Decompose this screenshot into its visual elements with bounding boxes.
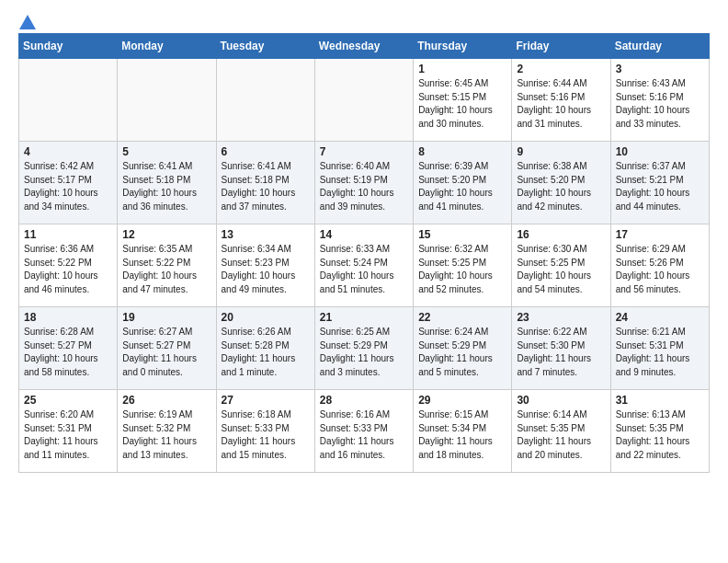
day-number: 8 — [418, 145, 506, 158]
calendar-cell: 5Sunrise: 6:41 AMSunset: 5:18 PMDaylight… — [118, 142, 216, 224]
day-number: 1 — [418, 63, 506, 75]
day-number: 16 — [517, 228, 605, 241]
calendar-cell: 23Sunrise: 6:22 AMSunset: 5:30 PMDayligh… — [512, 307, 610, 390]
day-number: 25 — [24, 394, 112, 407]
calendar-cell: 28Sunrise: 6:16 AMSunset: 5:33 PMDayligh… — [314, 390, 413, 473]
calendar-cell: 27Sunrise: 6:18 AMSunset: 5:33 PMDayligh… — [216, 390, 314, 473]
day-number: 3 — [616, 63, 704, 75]
day-info: Sunrise: 6:14 AMSunset: 5:35 PMDaylight:… — [517, 408, 605, 462]
day-number: 29 — [418, 394, 506, 407]
day-info: Sunrise: 6:41 AMSunset: 5:18 PMDaylight:… — [122, 160, 210, 213]
day-number: 4 — [24, 145, 112, 158]
day-number: 9 — [517, 145, 605, 158]
day-info: Sunrise: 6:39 AMSunset: 5:20 PMDaylight:… — [418, 160, 506, 213]
day-number: 14 — [320, 228, 408, 241]
day-number: 12 — [122, 228, 210, 241]
day-info: Sunrise: 6:34 AMSunset: 5:23 PMDaylight:… — [222, 243, 310, 296]
calendar-cell — [118, 59, 216, 142]
day-info: Sunrise: 6:20 AMSunset: 5:31 PMDaylight:… — [24, 408, 112, 462]
calendar-cell: 24Sunrise: 6:21 AMSunset: 5:31 PMDayligh… — [610, 307, 709, 390]
calendar-table: SundayMondayTuesdayWednesdayThursdayFrid… — [18, 33, 710, 473]
day-number: 23 — [517, 311, 605, 324]
day-number: 13 — [222, 228, 310, 241]
day-info: Sunrise: 6:13 AMSunset: 5:35 PMDaylight:… — [616, 408, 704, 462]
day-info: Sunrise: 6:42 AMSunset: 5:17 PMDaylight:… — [24, 160, 112, 213]
day-number: 7 — [320, 145, 408, 158]
calendar-cell: 4Sunrise: 6:42 AMSunset: 5:17 PMDaylight… — [19, 142, 118, 224]
calendar-cell: 8Sunrise: 6:39 AMSunset: 5:20 PMDaylight… — [414, 142, 512, 224]
day-number: 31 — [616, 394, 704, 407]
header-saturday: Saturday — [610, 34, 709, 59]
calendar-cell: 15Sunrise: 6:32 AMSunset: 5:25 PMDayligh… — [414, 224, 512, 307]
calendar-header-row: SundayMondayTuesdayWednesdayThursdayFrid… — [19, 34, 710, 59]
calendar-cell — [19, 59, 118, 142]
header-tuesday: Tuesday — [216, 34, 314, 59]
calendar-cell: 19Sunrise: 6:27 AMSunset: 5:27 PMDayligh… — [118, 307, 216, 390]
day-info: Sunrise: 6:36 AMSunset: 5:22 PMDaylight:… — [24, 243, 112, 296]
calendar-cell: 21Sunrise: 6:25 AMSunset: 5:29 PMDayligh… — [314, 307, 413, 390]
day-info: Sunrise: 6:40 AMSunset: 5:19 PMDaylight:… — [320, 160, 408, 213]
day-number: 11 — [24, 228, 112, 241]
logo — [18, 15, 36, 26]
calendar-cell: 2Sunrise: 6:44 AMSunset: 5:16 PMDaylight… — [512, 59, 610, 142]
day-info: Sunrise: 6:32 AMSunset: 5:25 PMDaylight:… — [418, 243, 506, 296]
calendar-cell: 13Sunrise: 6:34 AMSunset: 5:23 PMDayligh… — [216, 224, 314, 307]
calendar-cell: 12Sunrise: 6:35 AMSunset: 5:22 PMDayligh… — [118, 224, 216, 307]
calendar-cell: 11Sunrise: 6:36 AMSunset: 5:22 PMDayligh… — [19, 224, 118, 307]
day-info: Sunrise: 6:37 AMSunset: 5:21 PMDaylight:… — [616, 160, 704, 213]
day-number: 27 — [222, 394, 310, 407]
day-number: 2 — [517, 63, 605, 75]
day-info: Sunrise: 6:22 AMSunset: 5:30 PMDaylight:… — [517, 326, 605, 379]
calendar-cell: 6Sunrise: 6:41 AMSunset: 5:18 PMDaylight… — [216, 142, 314, 224]
calendar-cell: 9Sunrise: 6:38 AMSunset: 5:20 PMDaylight… — [512, 142, 610, 224]
calendar-cell — [216, 59, 314, 142]
day-info: Sunrise: 6:18 AMSunset: 5:33 PMDaylight:… — [222, 408, 310, 462]
calendar-week-3: 11Sunrise: 6:36 AMSunset: 5:22 PMDayligh… — [19, 224, 710, 307]
calendar-cell: 22Sunrise: 6:24 AMSunset: 5:29 PMDayligh… — [414, 307, 512, 390]
day-number: 26 — [122, 394, 210, 407]
header-sunday: Sunday — [19, 34, 118, 59]
calendar-cell: 18Sunrise: 6:28 AMSunset: 5:27 PMDayligh… — [19, 307, 118, 390]
calendar-cell: 25Sunrise: 6:20 AMSunset: 5:31 PMDayligh… — [19, 390, 118, 473]
day-info: Sunrise: 6:24 AMSunset: 5:29 PMDaylight:… — [418, 326, 506, 379]
day-info: Sunrise: 6:33 AMSunset: 5:24 PMDaylight:… — [320, 243, 408, 296]
day-number: 17 — [616, 228, 704, 241]
day-info: Sunrise: 6:16 AMSunset: 5:33 PMDaylight:… — [320, 408, 408, 462]
calendar-cell: 3Sunrise: 6:43 AMSunset: 5:16 PMDaylight… — [610, 59, 709, 142]
day-info: Sunrise: 6:26 AMSunset: 5:28 PMDaylight:… — [222, 326, 310, 379]
header-monday: Monday — [118, 34, 216, 59]
day-info: Sunrise: 6:15 AMSunset: 5:34 PMDaylight:… — [418, 408, 506, 462]
day-number: 15 — [418, 228, 506, 241]
page-header — [18, 15, 710, 26]
day-info: Sunrise: 6:29 AMSunset: 5:26 PMDaylight:… — [616, 243, 704, 296]
calendar-cell: 17Sunrise: 6:29 AMSunset: 5:26 PMDayligh… — [610, 224, 709, 307]
calendar-cell: 26Sunrise: 6:19 AMSunset: 5:32 PMDayligh… — [118, 390, 216, 473]
calendar-cell: 31Sunrise: 6:13 AMSunset: 5:35 PMDayligh… — [610, 390, 709, 473]
calendar-cell: 20Sunrise: 6:26 AMSunset: 5:28 PMDayligh… — [216, 307, 314, 390]
day-number: 10 — [616, 145, 704, 158]
day-info: Sunrise: 6:41 AMSunset: 5:18 PMDaylight:… — [222, 160, 310, 213]
day-number: 30 — [517, 394, 605, 407]
day-info: Sunrise: 6:25 AMSunset: 5:29 PMDaylight:… — [320, 326, 408, 379]
calendar-week-4: 18Sunrise: 6:28 AMSunset: 5:27 PMDayligh… — [19, 307, 710, 390]
day-info: Sunrise: 6:28 AMSunset: 5:27 PMDaylight:… — [24, 326, 112, 379]
header-thursday: Thursday — [414, 34, 512, 59]
logo-triangle-icon — [19, 15, 36, 29]
day-number: 5 — [122, 145, 210, 158]
day-number: 6 — [222, 145, 310, 158]
day-info: Sunrise: 6:30 AMSunset: 5:25 PMDaylight:… — [517, 243, 605, 296]
calendar-cell — [314, 59, 413, 142]
calendar-cell: 1Sunrise: 6:45 AMSunset: 5:15 PMDaylight… — [414, 59, 512, 142]
day-number: 20 — [222, 311, 310, 324]
calendar-week-5: 25Sunrise: 6:20 AMSunset: 5:31 PMDayligh… — [19, 390, 710, 473]
header-wednesday: Wednesday — [314, 34, 413, 59]
calendar-week-1: 1Sunrise: 6:45 AMSunset: 5:15 PMDaylight… — [19, 59, 710, 142]
day-number: 21 — [320, 311, 408, 324]
day-number: 24 — [616, 311, 704, 324]
calendar-cell: 7Sunrise: 6:40 AMSunset: 5:19 PMDaylight… — [314, 142, 413, 224]
day-info: Sunrise: 6:27 AMSunset: 5:27 PMDaylight:… — [122, 326, 210, 379]
day-info: Sunrise: 6:38 AMSunset: 5:20 PMDaylight:… — [517, 160, 605, 213]
day-info: Sunrise: 6:21 AMSunset: 5:31 PMDaylight:… — [616, 326, 704, 379]
day-info: Sunrise: 6:19 AMSunset: 5:32 PMDaylight:… — [122, 408, 210, 462]
header-friday: Friday — [512, 34, 610, 59]
